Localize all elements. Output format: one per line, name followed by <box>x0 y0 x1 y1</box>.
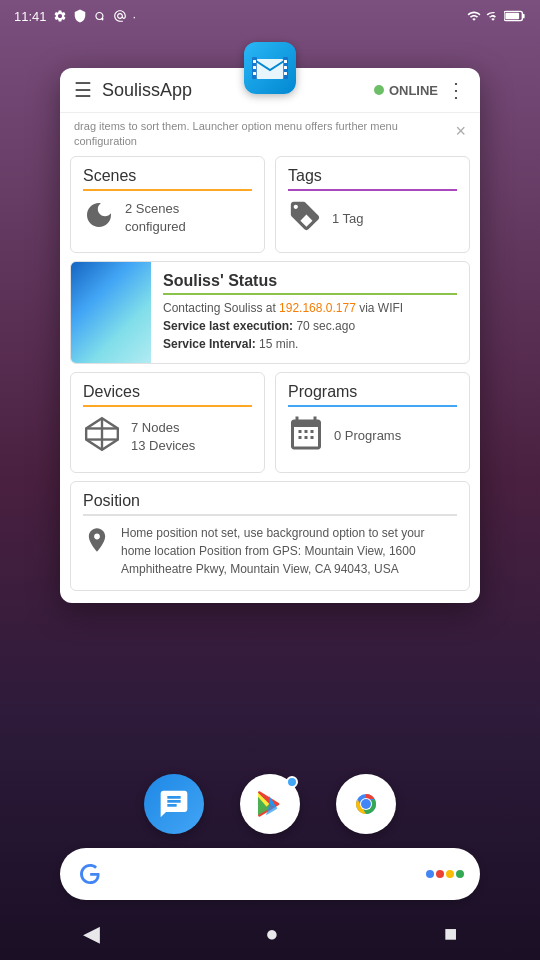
location-icon <box>83 526 111 561</box>
more-options-icon[interactable]: ⋮ <box>446 78 466 102</box>
drag-hint-bar: drag items to sort them. Launcher option… <box>60 113 480 156</box>
devices-card[interactable]: Devices 7 Nodes 13 Devices <box>70 372 265 473</box>
position-section: Position Home position not set, use back… <box>70 481 470 591</box>
dock-area <box>0 774 540 900</box>
messages-app-icon[interactable] <box>144 774 204 834</box>
svg-rect-11 <box>505 13 519 19</box>
dot-indicator: · <box>133 9 137 24</box>
svg-rect-3 <box>253 60 256 63</box>
status-line2: Service last execution: 70 sec.ago <box>163 317 457 335</box>
position-text: Home position not set, use background op… <box>121 524 457 578</box>
status-line1: Contacting Souliss at 192.168.0.177 via … <box>163 299 457 317</box>
svg-rect-7 <box>284 66 287 69</box>
calendar-icon <box>288 415 324 458</box>
wifi-icon <box>466 9 482 23</box>
scenes-card[interactable]: Scenes 2 Scenes configured <box>70 156 265 253</box>
programs-card[interactable]: Programs 0 Programs <box>275 372 470 473</box>
status-line3: Service Interval: 15 min. <box>163 335 457 353</box>
recents-button[interactable]: ■ <box>444 921 457 947</box>
tags-count: 1 Tag <box>332 210 364 228</box>
status-bar: 11:41 · <box>0 0 540 28</box>
app-icon <box>244 42 296 94</box>
shield-icon <box>73 9 87 23</box>
svg-rect-10 <box>523 14 525 19</box>
google-mic-dots <box>426 870 464 878</box>
main-card: ☰ SoulissApp ONLINE ⋮ drag items to sort… <box>60 68 480 603</box>
online-status: ONLINE <box>374 83 438 98</box>
status-title: Souliss' Status <box>163 272 457 295</box>
svg-rect-5 <box>253 72 256 75</box>
svg-rect-6 <box>284 60 287 63</box>
devices-count: 13 Devices <box>131 437 195 455</box>
devices-nodes: 7 Nodes <box>131 419 195 437</box>
drag-hint-text: drag items to sort them. Launcher option… <box>74 119 447 150</box>
scenes-detail: configured <box>125 218 186 236</box>
online-dot <box>374 85 384 95</box>
scenes-title: Scenes <box>83 167 252 191</box>
status-section: Souliss' Status Contacting Souliss at 19… <box>70 261 470 364</box>
time-display: 11:41 <box>14 9 47 24</box>
scenes-count: 2 Scenes <box>125 200 186 218</box>
position-title: Position <box>83 492 457 516</box>
at-icon <box>113 9 127 23</box>
online-label: ONLINE <box>389 83 438 98</box>
chrome-app-icon[interactable] <box>336 774 396 834</box>
tags-card[interactable]: Tags 1 Tag <box>275 156 470 253</box>
google-g-logo <box>76 860 104 888</box>
signal-icon <box>486 9 500 23</box>
menu-icon[interactable]: ☰ <box>74 78 92 102</box>
devices-programs-row: Devices 7 Nodes 13 Devices <box>70 372 470 473</box>
home-button[interactable]: ● <box>265 921 278 947</box>
devices-title: Devices <box>83 383 252 407</box>
svg-point-19 <box>361 799 371 809</box>
svg-rect-4 <box>253 66 256 69</box>
app-title: SoulissApp <box>102 80 374 101</box>
tag-icon <box>288 199 322 240</box>
close-button[interactable]: × <box>455 119 466 144</box>
devices-icon <box>83 415 121 460</box>
search-bar[interactable] <box>60 848 480 900</box>
gear-icon <box>53 9 67 23</box>
back-button[interactable]: ◀ <box>83 921 100 947</box>
dock-icons <box>144 774 396 834</box>
programs-title: Programs <box>288 383 457 407</box>
svg-rect-8 <box>284 72 287 75</box>
programs-count: 0 Programs <box>334 427 401 445</box>
status-ip: 192.168.0.177 <box>279 301 356 315</box>
play-notification-dot <box>286 776 298 788</box>
play-store-app-icon[interactable] <box>240 774 300 834</box>
status-image <box>71 262 151 363</box>
scenes-tags-row: Scenes 2 Scenes configured Tags <box>70 156 470 253</box>
nav-bar: ◀ ● ■ <box>0 908 540 960</box>
a-icon <box>93 9 107 23</box>
moon-icon <box>83 199 115 238</box>
battery-icon <box>504 10 526 22</box>
tags-title: Tags <box>288 167 457 191</box>
